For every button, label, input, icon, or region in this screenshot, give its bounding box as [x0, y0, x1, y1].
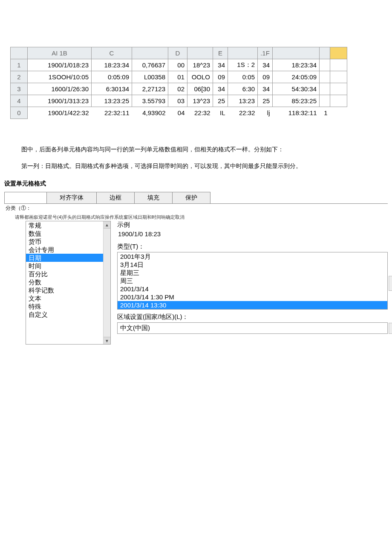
tab-number[interactable] [4, 192, 47, 203]
cell[interactable]: 18:23:34 [273, 59, 320, 71]
col-header[interactable] [187, 47, 213, 59]
col-header[interactable] [132, 47, 168, 59]
cell[interactable]: 0:05:09 [92, 71, 132, 83]
cell[interactable]: 00 [168, 59, 187, 71]
type-item[interactable]: 2001/3/14 1:30 PM [118, 293, 387, 301]
row-header[interactable]: 4 [11, 95, 28, 107]
cell[interactable]: 118:32:11 [273, 107, 320, 119]
category-item[interactable]: 常规 [26, 221, 110, 229]
category-list[interactable]: 常规 数值 货币 会计专用 日期 时间 百分比 分数 科学记数 文本 特殊 自定… [26, 221, 111, 345]
cell[interactable] [330, 59, 347, 71]
cell[interactable]: 25 [213, 95, 228, 107]
category-item[interactable]: 分数 [26, 278, 110, 286]
cell[interactable]: 1900/1/313:23 [28, 95, 92, 107]
cell[interactable]: 34 [258, 83, 273, 95]
type-item[interactable]: 2001年3月 [118, 252, 387, 261]
cell[interactable]: 13^23 [187, 95, 213, 107]
cell[interactable]: 18:23:34 [92, 59, 132, 71]
cell[interactable]: 1S：2 [228, 59, 258, 71]
category-item[interactable]: 数值 [26, 229, 110, 238]
cell[interactable]: lj [258, 107, 273, 119]
cell[interactable] [320, 71, 330, 83]
row-header[interactable]: 2 [11, 71, 28, 83]
type-item[interactable]: 2001/3/14 [118, 285, 387, 293]
cell[interactable]: 24:05:09 [273, 71, 320, 83]
cell[interactable]: 6:30 [228, 83, 258, 95]
category-item-selected[interactable]: 日期 [26, 254, 110, 262]
cell[interactable] [330, 71, 347, 83]
col-header[interactable] [273, 47, 320, 59]
tab-align-font[interactable]: 对齐字体 [46, 192, 97, 203]
col-header[interactable]: E [213, 47, 228, 59]
col-header-highlight[interactable] [330, 47, 347, 59]
cell[interactable]: 4,93902 [132, 107, 168, 119]
col-header[interactable]: C [92, 47, 132, 59]
cell[interactable]: 13:23:25 [92, 95, 132, 107]
col-header[interactable] [228, 47, 258, 59]
col-header[interactable]: AI 1B [28, 47, 92, 59]
ok-button[interactable]: 确定 [166, 214, 175, 220]
cell[interactable] [320, 95, 330, 107]
tab-protect[interactable]: 保护 [172, 192, 210, 203]
category-item[interactable]: 时间 [26, 262, 110, 270]
cell[interactable] [320, 83, 330, 95]
category-item[interactable]: 百分比 [26, 270, 110, 278]
cell[interactable]: 22:32:11 [92, 107, 132, 119]
cell[interactable]: 22:32 [228, 107, 258, 119]
cell[interactable]: 1900/1/018:23 [28, 59, 92, 71]
type-item-selected[interactable]: 2001/3/14 13:30 [118, 301, 387, 309]
row-header[interactable]: 3 [11, 83, 28, 95]
type-item[interactable]: 3月14日 [118, 261, 387, 269]
cell[interactable]: 3.55793 [132, 95, 168, 107]
category-item[interactable]: 科学记数 [26, 286, 110, 294]
scroll-up-icon[interactable]: ▲ [104, 221, 110, 229]
cell[interactable]: 1600/1/26:30 [28, 83, 92, 95]
cell[interactable]: 13:23 [228, 95, 258, 107]
cell[interactable]: 22:32 [187, 107, 213, 119]
category-item[interactable]: 文本 [26, 294, 110, 302]
scrollbar-hint[interactable] [389, 276, 392, 291]
category-item[interactable]: 会计专用 [26, 246, 110, 254]
col-header[interactable]: .1F [258, 47, 273, 59]
row-header[interactable]: 1 [11, 59, 28, 71]
cell[interactable]: 25 [258, 95, 273, 107]
dropdown-icon[interactable] [389, 323, 392, 334]
cell[interactable]: OOLO [187, 71, 213, 83]
category-item[interactable]: 货币 [26, 238, 110, 246]
cell[interactable]: 1SOOH/10:05 [28, 71, 92, 83]
cancel-button[interactable]: 取消 [175, 214, 184, 220]
cell[interactable]: 0,76637 [132, 59, 168, 71]
type-list[interactable]: 2001年3月 3月14日 星期三 周三 2001/3/14 2001/3/14… [117, 252, 388, 310]
cell[interactable]: 01 [168, 71, 187, 83]
cell[interactable]: 34 [213, 59, 228, 71]
cell[interactable]: 18^23 [187, 59, 213, 71]
cell[interactable]: 1 [320, 107, 330, 119]
cell[interactable]: 34 [258, 59, 273, 71]
cell[interactable]: 34 [213, 83, 228, 95]
cell[interactable] [330, 95, 347, 107]
cell[interactable]: 09 [213, 71, 228, 83]
type-item[interactable]: 周三 [118, 277, 387, 285]
cell[interactable]: 85:23:25 [273, 95, 320, 107]
locale-select[interactable]: 中文(中国) [117, 322, 388, 334]
category-item[interactable]: 自定义 [26, 310, 110, 319]
cell[interactable] [330, 83, 347, 95]
tab-fill[interactable]: 填充 [134, 192, 173, 203]
scrollbar-vertical[interactable]: ▲ ▼ [103, 221, 110, 344]
cell[interactable]: 04 [168, 107, 187, 119]
scroll-down-icon[interactable]: ▼ [104, 337, 110, 344]
tab-border[interactable]: 边框 [96, 192, 135, 203]
cell[interactable]: L00358 [132, 71, 168, 83]
cell[interactable]: 2,27123 [132, 83, 168, 95]
cell[interactable]: 1900/1/422:32 [28, 107, 92, 119]
cell[interactable]: 54:30:34 [273, 83, 320, 95]
type-item[interactable]: 星期三 [118, 269, 387, 277]
cell[interactable]: 0:05 [228, 71, 258, 83]
col-header[interactable]: D [168, 47, 187, 59]
category-item[interactable]: 特殊 [26, 302, 110, 310]
cell[interactable]: 03 [168, 95, 187, 107]
row-header[interactable]: 0 [11, 107, 28, 119]
cell[interactable]: 02 [168, 83, 187, 95]
cell[interactable] [320, 59, 330, 71]
cell[interactable]: 6:30134 [92, 83, 132, 95]
